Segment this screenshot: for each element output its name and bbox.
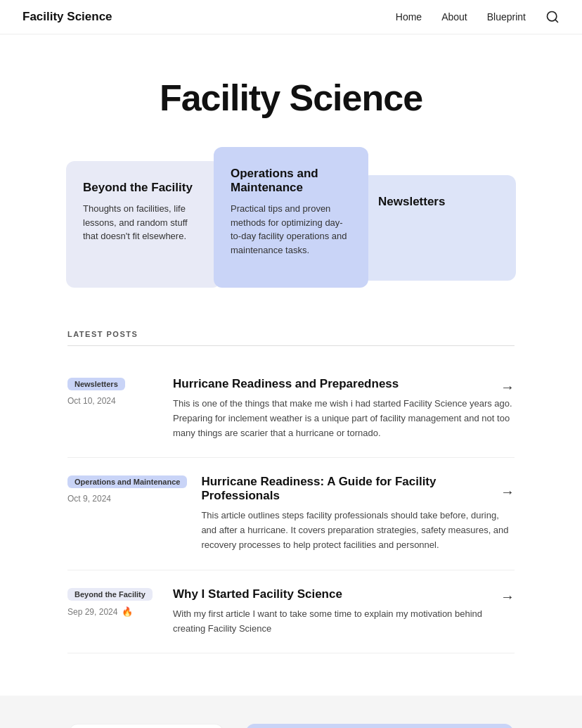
post-meta: Operations and Maintenance Oct 9, 2024 (67, 475, 187, 504)
card-beyond[interactable]: Beyond the Facility Thoughts on faciliti… (66, 161, 221, 288)
card-ops-title: Operations and Maintenance (231, 167, 351, 195)
post-tag[interactable]: Beyond the Facility (67, 588, 153, 601)
post-date: Oct 10, 2024 (67, 396, 159, 406)
footer-right: Links HomeAboutBlueprint Sign up (246, 724, 513, 728)
nav-logo[interactable]: Facility Science (22, 10, 112, 24)
arrow-icon[interactable]: → (500, 589, 515, 605)
post-desc: With my first article I want to take som… (173, 607, 515, 637)
hero-section: Facility Science (0, 34, 582, 147)
footer: Facility Science Practical knowledge for… (0, 696, 582, 728)
card-beyond-desc: Thoughts on facilities, life lessons, an… (83, 202, 204, 243)
nav-link-home[interactable]: Home (396, 11, 422, 23)
nav-links: Home About Blueprint (396, 10, 560, 24)
card-newsletters[interactable]: Newsletters (361, 175, 516, 281)
post-header: Why I Started Facility Science → (173, 587, 515, 607)
post-desc: This is one of the things that make me w… (173, 397, 515, 440)
post-item: Newsletters Oct 10, 2024 Hurricane Readi… (67, 360, 515, 458)
nav-link-about[interactable]: About (441, 11, 467, 23)
navbar: Facility Science Home About Blueprint (0, 0, 582, 34)
cards-row: Beyond the Facility Thoughts on faciliti… (17, 147, 565, 330)
latest-label: LATEST POSTS (67, 330, 515, 346)
post-meta: Newsletters Oct 10, 2024 (67, 377, 159, 406)
card-ops-desc: Practical tips and proven methods for op… (231, 202, 351, 257)
post-title[interactable]: Why I Started Facility Science (173, 587, 342, 601)
post-content: Hurricane Readiness and Preparedness → T… (173, 377, 515, 440)
post-tag[interactable]: Operations and Maintenance (67, 475, 187, 488)
footer-left: Facility Science Practical knowledge for… (69, 724, 224, 728)
arrow-icon[interactable]: → (500, 484, 515, 500)
post-meta: Beyond the Facility Sep 29, 2024🔥 (67, 587, 159, 617)
card-ops[interactable]: Operations and Maintenance Practical tip… (214, 147, 368, 288)
arrow-icon[interactable]: → (500, 379, 515, 395)
post-header: Hurricane Readiness: A Guide for Facilit… (201, 475, 515, 509)
post-content: Why I Started Facility Science → With my… (173, 587, 515, 637)
latest-posts-section: LATEST POSTS Newsletters Oct 10, 2024 Hu… (45, 330, 537, 696)
post-header: Hurricane Readiness and Preparedness → (173, 377, 515, 397)
card-newsletters-title: Newsletters (378, 195, 499, 209)
post-tag[interactable]: Newsletters (67, 378, 125, 390)
posts-container: Newsletters Oct 10, 2024 Hurricane Readi… (67, 360, 515, 653)
post-desc: This article outlines steps facility pro… (201, 509, 515, 552)
post-title[interactable]: Hurricane Readiness: A Guide for Facilit… (201, 475, 500, 503)
post-item: Beyond the Facility Sep 29, 2024🔥 Why I … (67, 570, 515, 654)
nav-link-blueprint[interactable]: Blueprint (487, 11, 526, 23)
post-title[interactable]: Hurricane Readiness and Preparedness (173, 377, 399, 391)
post-content: Hurricane Readiness: A Guide for Facilit… (201, 475, 515, 552)
card-beyond-title: Beyond the Facility (83, 181, 204, 195)
post-item: Operations and Maintenance Oct 9, 2024 H… (67, 458, 515, 570)
svg-line-1 (555, 20, 558, 23)
search-icon[interactable] (545, 10, 560, 24)
fire-icon: 🔥 (122, 606, 133, 617)
hero-title: Facility Science (14, 77, 568, 119)
post-date: Oct 9, 2024 (67, 494, 187, 504)
post-date: Sep 29, 2024🔥 (67, 606, 159, 617)
